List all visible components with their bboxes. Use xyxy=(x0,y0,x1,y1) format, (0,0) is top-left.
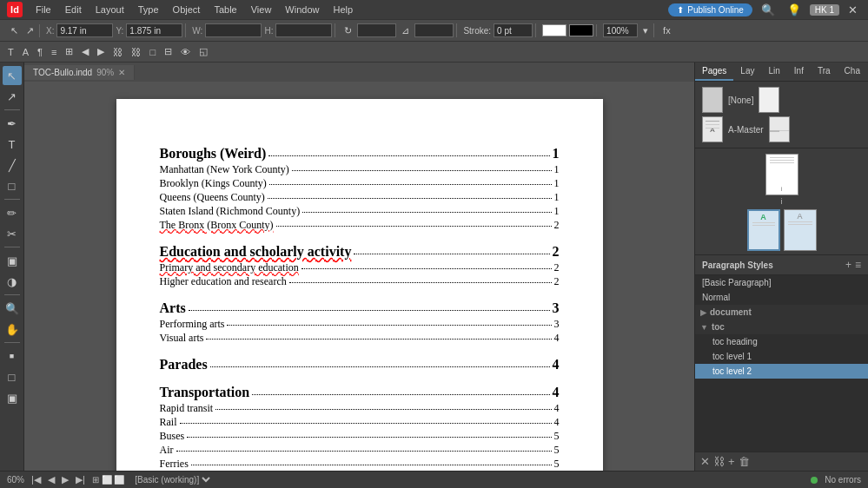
next-page-btn[interactable]: ▶ xyxy=(62,474,69,485)
para-styles-new-button[interactable]: + xyxy=(845,259,851,271)
w-input[interactable] xyxy=(205,23,262,37)
direct-selection-tool[interactable]: ↗ xyxy=(3,87,22,106)
toc-dots xyxy=(227,325,551,326)
grid-btn[interactable]: ⊞ xyxy=(63,45,76,58)
expand-icon[interactable]: ▼ xyxy=(700,323,708,332)
menu-view[interactable]: View xyxy=(245,3,278,16)
eye-btn[interactable]: 👁 xyxy=(178,46,193,58)
preview-mode[interactable]: ▣ xyxy=(3,388,22,407)
style-item[interactable]: toc heading xyxy=(695,334,868,349)
tab-cha[interactable]: Cha xyxy=(838,63,867,81)
style-select[interactable]: [Basic (working)] xyxy=(131,474,213,485)
hand-tool[interactable]: ✋ xyxy=(3,320,22,339)
document-canvas[interactable]: Boroughs (Weird)1Manhattan (New York Cou… xyxy=(24,82,694,471)
toc-page-number: 1 xyxy=(554,163,560,176)
style-item[interactable]: toc level 1 xyxy=(695,349,868,364)
effects-icon[interactable]: fx xyxy=(660,24,673,36)
y-input[interactable] xyxy=(126,23,182,37)
toc-entry: Performing arts3 xyxy=(160,318,560,331)
menu-edit[interactable]: Edit xyxy=(59,3,88,16)
stroke-color[interactable] xyxy=(569,24,593,36)
style-item[interactable]: ▶document xyxy=(695,305,868,320)
expand-icon[interactable]: ▶ xyxy=(700,308,706,317)
search-icon[interactable]: 🔍 xyxy=(758,2,779,18)
style-delete-btn[interactable]: 🗑 xyxy=(739,455,750,468)
h-input[interactable] xyxy=(275,23,332,37)
tab-inf[interactable]: Inf xyxy=(787,63,811,81)
style-new-btn[interactable]: + xyxy=(728,455,735,468)
pen-tool[interactable]: ✒ xyxy=(3,114,22,133)
menu-layout[interactable]: Layout xyxy=(89,3,130,16)
select-tool[interactable]: ↖ xyxy=(8,24,21,37)
page-thumb-a-wrapper: A xyxy=(747,209,780,253)
para-format-btn[interactable]: ¶ xyxy=(35,46,45,58)
page-thumb-a[interactable]: A xyxy=(747,209,780,251)
menu-type[interactable]: Type xyxy=(132,3,165,16)
style-clear-btn[interactable]: ✕ xyxy=(700,455,710,468)
table-btn[interactable]: ⊟ xyxy=(162,45,175,58)
user-badge[interactable]: HK 1 xyxy=(810,4,839,16)
line-tool[interactable]: ╱ xyxy=(3,155,22,175)
zoom-input[interactable] xyxy=(603,23,638,37)
rotate-icon[interactable]: ↻ xyxy=(341,24,354,37)
fill-color[interactable] xyxy=(542,24,567,36)
char-style-btn[interactable]: A xyxy=(20,46,31,58)
first-page-btn[interactable]: |◀ xyxy=(31,474,41,485)
master-a[interactable]: A A-Master xyxy=(702,115,861,144)
direct-select-tool[interactable]: ↗ xyxy=(23,24,36,37)
text-tool[interactable]: T xyxy=(5,46,17,58)
color-tool[interactable]: ◑ xyxy=(3,272,22,291)
page-thumb-i[interactable]: i xyxy=(765,154,798,195)
style-item[interactable]: [Basic Paragraph] xyxy=(695,275,868,290)
gradient-tool[interactable]: ▣ xyxy=(3,251,22,270)
style-item[interactable]: ▼toc xyxy=(695,320,868,334)
pencil-tool[interactable]: ✏ xyxy=(3,203,22,222)
wrap-btn[interactable]: ◱ xyxy=(196,45,210,58)
link-icon[interactable]: ⛓ xyxy=(110,46,125,58)
x-input[interactable] xyxy=(56,23,113,37)
zoom-dropdown[interactable]: ▾ xyxy=(640,24,651,37)
shear-input[interactable] xyxy=(414,23,454,37)
menu-help[interactable]: Help xyxy=(327,3,359,16)
style-item[interactable]: toc level 2 xyxy=(695,364,868,379)
document-tab[interactable]: TOC-Bullo.indd 90% ✕ xyxy=(24,65,135,80)
prev-btn[interactable]: ◀ xyxy=(79,45,91,58)
prev-page-btn[interactable]: ◀ xyxy=(48,474,55,485)
toc-entry: Primary and secondary education2 xyxy=(160,261,560,274)
tab-lin[interactable]: Lin xyxy=(761,63,786,81)
fill-swatch[interactable]: ■ xyxy=(3,346,22,366)
rotate-input[interactable] xyxy=(357,23,396,37)
style-link-btn[interactable]: ⛓ xyxy=(713,455,725,468)
selection-tool[interactable]: ↖ xyxy=(3,66,22,85)
page-thumb-a2[interactable]: A xyxy=(784,209,817,251)
page-thumb-a2-wrapper: A xyxy=(784,209,817,253)
tab-lay[interactable]: Lay xyxy=(733,63,761,81)
type-tool[interactable]: T xyxy=(3,135,22,154)
menu-object[interactable]: Object xyxy=(167,3,207,16)
align-left[interactable]: ≡ xyxy=(49,46,59,58)
tab-tra[interactable]: Tra xyxy=(811,63,838,81)
tab-pages[interactable]: Pages xyxy=(695,63,733,81)
page-thumb-i-inner: i xyxy=(766,155,798,195)
publish-online-button[interactable]: ⬆ Publish Online xyxy=(668,3,752,16)
shape-tool[interactable]: □ xyxy=(3,176,22,195)
overset-btn[interactable]: □ xyxy=(147,46,158,58)
menu-table[interactable]: Table xyxy=(208,3,242,16)
style-item[interactable]: Normal xyxy=(695,290,868,305)
menu-file[interactable]: File xyxy=(30,3,57,16)
last-page-btn[interactable]: ▶| xyxy=(76,474,85,485)
close-icon[interactable]: ✕ xyxy=(845,2,861,18)
help-icon[interactable]: 💡 xyxy=(784,2,805,18)
normal-mode[interactable]: □ xyxy=(3,367,22,386)
para-styles-menu-button[interactable]: ≡ xyxy=(855,259,861,271)
next-btn[interactable]: ▶ xyxy=(95,45,107,58)
shear-icon[interactable]: ⊿ xyxy=(399,24,412,37)
stroke-input[interactable] xyxy=(494,23,533,37)
master-none[interactable]: [None] xyxy=(702,85,861,115)
unlink-icon[interactable]: ⛓ xyxy=(129,46,143,58)
scissors-tool[interactable]: ✂ xyxy=(3,224,22,243)
menu-window[interactable]: Window xyxy=(279,3,325,16)
zoom-tool[interactable]: 🔍 xyxy=(3,299,22,318)
toc-dots xyxy=(252,394,549,395)
tab-close-button[interactable]: ✕ xyxy=(118,68,125,77)
